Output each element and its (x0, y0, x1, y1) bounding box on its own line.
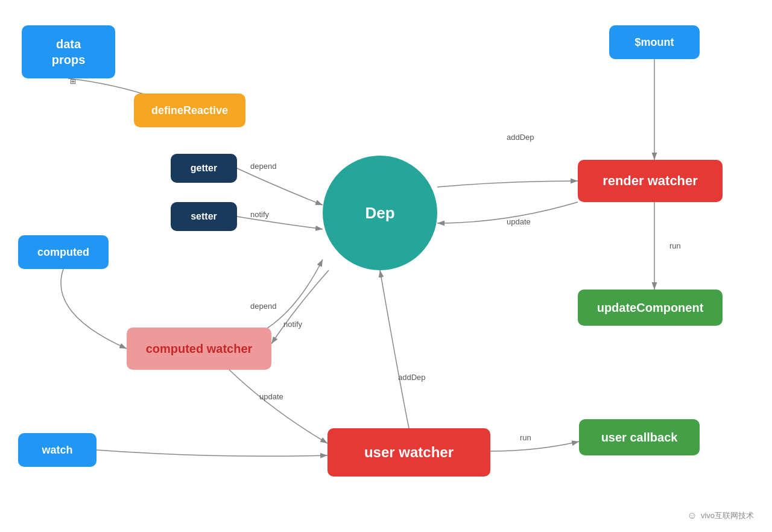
node-update-component: updateComponent (578, 290, 723, 326)
node-getter: getter (171, 154, 237, 183)
label-run1: run (669, 241, 681, 250)
label-update2: update (259, 392, 283, 401)
node-define-reactive: defineReactive (134, 93, 245, 127)
expand-icon: ⊞ (70, 77, 76, 86)
node-computed-watcher: computed watcher (127, 328, 271, 370)
label-notify1: notify (250, 210, 269, 219)
node-data-props: data props (22, 25, 115, 78)
label-addDep1: addDep (507, 133, 534, 142)
node-user-watcher: user watcher (327, 428, 490, 477)
label-addDep2: addDep (398, 373, 426, 382)
node-watch: watch (18, 433, 96, 467)
label-depend2: depend (250, 302, 276, 311)
node-render-watcher: render watcher (578, 160, 723, 202)
label-run2: run (520, 433, 531, 442)
label-depend1: depend (250, 162, 276, 171)
watermark-icon: ☺ (688, 510, 697, 521)
label-notify2: notify (283, 320, 302, 329)
node-dep: Dep (323, 156, 437, 270)
node-user-callback: user callback (579, 419, 700, 455)
node-mount: $mount (609, 25, 700, 59)
watermark: ☺ vivo互联网技术 (688, 510, 754, 521)
label-update1: update (507, 217, 531, 226)
node-setter: setter (171, 202, 237, 231)
node-computed: computed (18, 235, 109, 269)
diagram: depend notify depend notify update addDe… (0, 0, 772, 532)
